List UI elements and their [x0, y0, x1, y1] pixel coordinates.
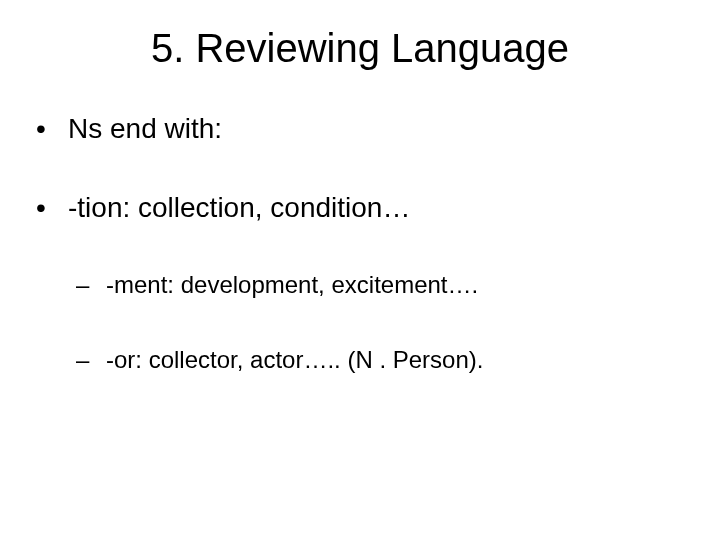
sub-bullet-text: -or: collector, actor….. (N . Person).: [106, 346, 483, 373]
slide-body: Ns end with: -tion: collection, conditio…: [0, 71, 720, 375]
sub-bullet-item: -ment: development, excitement….: [28, 269, 692, 300]
bullet-item: Ns end with:: [28, 111, 692, 146]
slide: 5. Reviewing Language Ns end with: -tion…: [0, 0, 720, 540]
bullet-list-level1: Ns end with: -tion: collection, conditio…: [28, 111, 692, 225]
sub-bullet-text: -ment: development, excitement….: [106, 271, 478, 298]
bullet-list-level2: -ment: development, excitement…. -or: co…: [28, 269, 692, 375]
bullet-text: -tion: collection, condition…: [68, 192, 410, 223]
slide-title: 5. Reviewing Language: [0, 0, 720, 71]
bullet-item: -tion: collection, condition…: [28, 190, 692, 225]
sub-bullet-item: -or: collector, actor….. (N . Person).: [28, 344, 692, 375]
bullet-text: Ns end with:: [68, 113, 222, 144]
